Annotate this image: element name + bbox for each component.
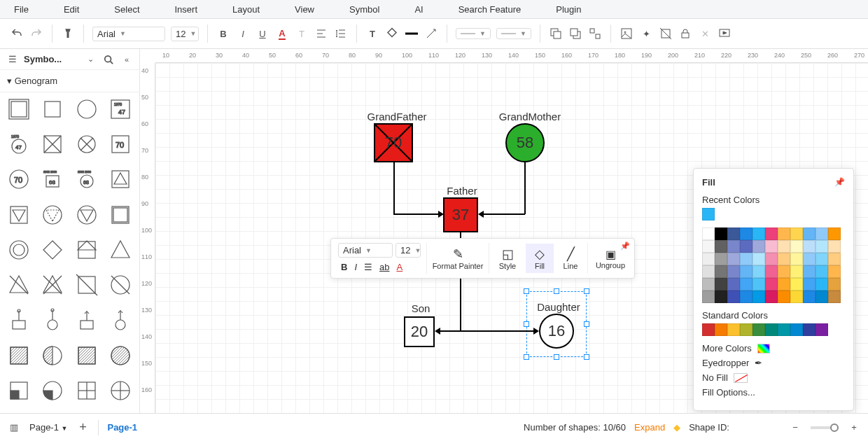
float-fontcolor-icon[interactable]: A xyxy=(396,262,402,272)
float-bold-icon[interactable]: B xyxy=(341,262,347,272)
italic-icon[interactable]: I xyxy=(236,27,250,41)
float-size-select[interactable]: 12▼ xyxy=(396,243,421,258)
crop-icon[interactable] xyxy=(659,27,673,41)
pin-icon[interactable]: 📌 xyxy=(834,177,845,188)
shape-item[interactable]: 197047 xyxy=(104,95,136,123)
color-swatch[interactable] xyxy=(790,290,803,303)
selection-handle[interactable] xyxy=(584,354,589,360)
color-swatch[interactable] xyxy=(715,278,727,290)
shape-item[interactable] xyxy=(71,342,103,370)
text-effect-icon[interactable]: T xyxy=(295,27,309,41)
color-swatch[interactable] xyxy=(778,278,790,290)
selection-handle[interactable] xyxy=(554,354,559,360)
shape-item[interactable] xyxy=(71,201,103,229)
selection-handle[interactable] xyxy=(584,288,589,294)
color-swatch[interactable] xyxy=(803,240,816,253)
color-swatch[interactable] xyxy=(715,240,727,253)
color-swatch[interactable] xyxy=(828,278,841,290)
color-swatch[interactable] xyxy=(765,323,778,336)
color-swatch[interactable] xyxy=(727,240,740,253)
color-swatch[interactable] xyxy=(702,208,715,220)
add-page-icon[interactable]: + xyxy=(76,421,90,435)
connector[interactable] xyxy=(461,330,533,332)
color-swatch[interactable] xyxy=(790,323,803,336)
color-swatch[interactable] xyxy=(816,323,828,336)
selection-handle[interactable] xyxy=(584,321,589,327)
page-tab[interactable]: Page-1 ▼ xyxy=(29,422,67,433)
shape-item[interactable] xyxy=(3,377,35,405)
active-page-tab[interactable]: Page-1 xyxy=(107,422,137,433)
color-swatch[interactable] xyxy=(790,278,803,290)
color-swatch[interactable] xyxy=(765,227,778,240)
color-swatch[interactable] xyxy=(715,265,727,278)
search-icon[interactable] xyxy=(102,52,115,66)
pages-icon[interactable]: ▥ xyxy=(7,421,21,435)
color-swatch[interactable] xyxy=(803,323,816,336)
color-swatch[interactable] xyxy=(727,290,740,303)
shape-item[interactable] xyxy=(104,306,136,334)
shape-item[interactable] xyxy=(3,95,35,123)
color-swatch[interactable] xyxy=(790,227,803,240)
color-swatch[interactable] xyxy=(702,265,715,278)
align-icon[interactable] xyxy=(314,27,328,41)
collapse-icon[interactable]: « xyxy=(120,52,134,66)
color-swatch[interactable] xyxy=(765,290,778,303)
shape-item[interactable] xyxy=(36,377,69,405)
shape-item[interactable] xyxy=(3,342,35,370)
color-swatch[interactable] xyxy=(803,290,816,303)
color-swatch[interactable] xyxy=(752,323,765,336)
color-swatch[interactable] xyxy=(752,290,765,303)
arrow-style-select[interactable]: ▼ xyxy=(496,28,531,39)
effects-icon[interactable]: ✦ xyxy=(639,27,653,41)
menu-view[interactable]: View xyxy=(295,4,314,15)
shape-item[interactable] xyxy=(36,130,69,158)
color-swatch[interactable] xyxy=(803,253,816,265)
color-swatch[interactable] xyxy=(702,323,715,336)
shape-item[interactable] xyxy=(71,271,103,299)
menu-plugin[interactable]: Plugin xyxy=(556,4,581,15)
color-swatch[interactable] xyxy=(765,240,778,253)
color-swatch[interactable] xyxy=(740,323,752,336)
color-swatch[interactable] xyxy=(752,278,765,290)
menu-edit[interactable]: Edit xyxy=(64,4,79,15)
color-swatch[interactable] xyxy=(715,290,727,303)
color-swatch[interactable] xyxy=(702,227,715,240)
category-genogram[interactable]: ▾ Genogram xyxy=(0,70,139,92)
color-swatch[interactable] xyxy=(828,265,841,278)
color-swatch[interactable] xyxy=(752,227,765,240)
connector[interactable] xyxy=(440,330,461,332)
color-swatch[interactable] xyxy=(727,227,740,240)
node-grandfather[interactable]: 70 xyxy=(374,123,413,162)
shape-item[interactable] xyxy=(36,306,69,334)
color-swatch[interactable] xyxy=(715,227,727,240)
image-icon[interactable] xyxy=(620,27,634,41)
presentation-icon[interactable] xyxy=(718,27,732,41)
color-swatch[interactable] xyxy=(702,278,715,290)
fill-tool-icon[interactable] xyxy=(385,27,399,41)
color-swatch[interactable] xyxy=(752,265,765,278)
menu-layout[interactable]: Layout xyxy=(232,4,260,15)
shape-item[interactable] xyxy=(36,95,69,123)
zoom-in-icon[interactable]: + xyxy=(847,421,861,435)
font-name-select[interactable]: Arial▼ xyxy=(92,27,165,41)
font-color-icon[interactable]: A xyxy=(275,27,289,41)
color-swatch[interactable] xyxy=(778,265,790,278)
eyedropper-link[interactable]: Eyedropper✒ xyxy=(702,358,845,368)
shape-item[interactable] xyxy=(104,201,136,229)
diamond-icon[interactable]: ◆ xyxy=(673,422,680,433)
library-icon[interactable]: ☰ xyxy=(6,52,20,66)
color-swatch[interactable] xyxy=(778,227,790,240)
color-swatch[interactable] xyxy=(790,253,803,265)
node-son[interactable]: 20 xyxy=(404,316,435,347)
color-swatch[interactable] xyxy=(816,227,828,240)
shape-item[interactable] xyxy=(71,377,103,405)
color-swatch[interactable] xyxy=(715,323,727,336)
settings-icon[interactable]: ✕ xyxy=(698,27,712,41)
shape-item[interactable] xyxy=(36,342,69,370)
color-swatch[interactable] xyxy=(778,290,790,303)
shape-item[interactable] xyxy=(104,342,136,370)
color-swatch[interactable] xyxy=(740,240,752,253)
color-swatch[interactable] xyxy=(790,240,803,253)
color-swatch[interactable] xyxy=(765,253,778,265)
zoom-out-icon[interactable]: − xyxy=(788,421,802,435)
